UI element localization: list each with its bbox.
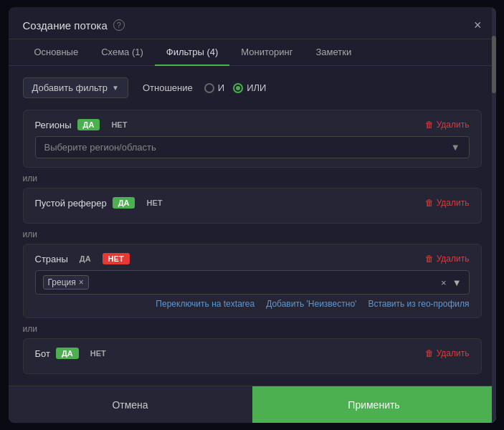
filter-countries-header: Страны ДА НЕТ 🗑 Удалить	[35, 253, 470, 264]
filter-referrer-header: Пустой реферер ДА НЕТ 🗑 Удалить	[35, 197, 470, 209]
relation-label: Отношение	[143, 82, 193, 93]
close-button[interactable]: ×	[474, 19, 482, 32]
filter-regions-header: Регионы ДА НЕТ 🗑 Удалить	[35, 119, 470, 130]
filter-referrer-title-row: Пустой реферер ДА НЕТ	[35, 197, 168, 209]
tabs-bar: Основные Схема (1) Фильтры (4) Мониторин…	[9, 39, 496, 66]
radio-and-circle	[204, 83, 214, 93]
tab-basic[interactable]: Основные	[23, 39, 90, 66]
add-unknown-link[interactable]: Добавить 'Неизвестно'	[266, 299, 356, 309]
title-text: Создание потока	[23, 19, 108, 32]
delete-label-4: Удалить	[437, 348, 470, 358]
modal-footer: Отмена Применить	[9, 386, 496, 423]
modal-title: Создание потока ?	[23, 19, 125, 32]
toolbar-row: Добавить фильтр ▼ Отношение И ИЛИ	[23, 77, 482, 98]
filter-countries-da-badge[interactable]: ДА	[74, 253, 97, 264]
or-label: ИЛИ	[247, 82, 266, 93]
filter-bot-delete[interactable]: 🗑 Удалить	[425, 348, 470, 358]
tag-greece-label: Греция	[48, 277, 76, 287]
scrollbar-thumb[interactable]	[492, 36, 496, 93]
radio-or-circle	[233, 83, 243, 93]
clear-tags-icon[interactable]: ×	[441, 277, 447, 288]
or-divider-3: или	[23, 321, 482, 337]
help-icon[interactable]: ?	[113, 19, 125, 31]
modal: Создание потока ? × Основные Схема (1) Ф…	[9, 7, 496, 423]
filter-regions-name: Регионы	[35, 120, 72, 130]
chevron-down-icon: ▼	[112, 84, 119, 92]
tab-monitoring[interactable]: Мониторинг	[229, 39, 304, 66]
filter-referrer-delete[interactable]: 🗑 Удалить	[425, 198, 470, 208]
trash-icon-3: 🗑	[425, 254, 434, 264]
filter-countries-title-row: Страны ДА НЕТ	[35, 253, 130, 264]
filter-empty-referrer: Пустой реферер ДА НЕТ 🗑 Удалить	[23, 188, 482, 224]
relation-group: Отношение И ИЛИ	[143, 82, 266, 93]
regions-placeholder: Выберите регион/область	[44, 142, 156, 153]
filter-countries-delete[interactable]: 🗑 Удалить	[425, 254, 470, 264]
modal-body: Добавить фильтр ▼ Отношение И ИЛИ	[9, 66, 496, 386]
trash-icon-4: 🗑	[425, 348, 434, 358]
add-filter-label: Добавить фильтр	[32, 82, 108, 93]
tab-notes[interactable]: Заметки	[304, 39, 363, 66]
countries-links-row: Переключить на textarea Добавить 'Неизве…	[35, 299, 470, 309]
filter-regions-select[interactable]: Выберите регион/область ▼	[35, 136, 470, 158]
switch-textarea-link[interactable]: Переключить на textarea	[156, 299, 255, 309]
or-divider-1: или	[23, 171, 482, 186]
filter-bot-da-badge[interactable]: ДА	[56, 348, 79, 359]
filter-referrer-net-badge[interactable]: НЕТ	[141, 197, 168, 209]
add-filter-button[interactable]: Добавить фильтр ▼	[23, 77, 128, 98]
filter-countries: Страны ДА НЕТ 🗑 Удалить Греция ×	[23, 244, 482, 318]
trash-icon-2: 🗑	[425, 198, 434, 208]
tab-schema[interactable]: Схема (1)	[90, 39, 155, 66]
apply-button[interactable]: Применить	[252, 386, 496, 423]
tab-filters[interactable]: Фильтры (4)	[155, 39, 230, 66]
modal-header: Создание потока ? ×	[9, 7, 496, 39]
filter-countries-net-badge[interactable]: НЕТ	[103, 253, 130, 264]
geo-profile-link[interactable]: Вставить из гео-профиля	[368, 299, 469, 309]
filter-regions: Регионы ДА НЕТ 🗑 Удалить Выберите регион…	[23, 110, 482, 168]
filter-referrer-da-badge[interactable]: ДА	[113, 197, 135, 209]
filter-regions-net-badge[interactable]: НЕТ	[105, 119, 133, 130]
scrollbar-track	[492, 7, 496, 423]
filter-bot: Бот ДА НЕТ 🗑 Удалить	[23, 338, 482, 374]
or-divider-2: или	[23, 226, 482, 242]
trash-icon: 🗑	[425, 120, 434, 130]
filter-bot-title-row: Бот ДА НЕТ	[35, 348, 112, 359]
delete-label: Удалить	[437, 120, 470, 130]
tag-greece: Греция ×	[43, 275, 89, 290]
filter-bot-name: Бот	[35, 348, 50, 359]
filter-referrer-name: Пустой реферер	[35, 198, 107, 209]
dropdown-chevron-icon-2[interactable]: ▼	[452, 277, 462, 288]
filter-regions-title-row: Регионы ДА НЕТ	[35, 119, 133, 130]
delete-label-3: Удалить	[437, 254, 470, 264]
filter-bot-header: Бот ДА НЕТ 🗑 Удалить	[35, 348, 470, 359]
dropdown-chevron-icon: ▼	[451, 142, 460, 153]
filter-regions-da-badge[interactable]: ДА	[77, 119, 100, 130]
filter-regions-delete[interactable]: 🗑 Удалить	[425, 120, 470, 130]
radio-group: И ИЛИ	[204, 82, 267, 93]
filter-countries-name: Страны	[35, 254, 68, 264]
filter-countries-tags[interactable]: Греция × × ▼	[35, 270, 470, 295]
and-label: И	[218, 82, 224, 93]
modal-overlay: Создание потока ? × Основные Схема (1) Ф…	[0, 0, 504, 430]
radio-or[interactable]: ИЛИ	[233, 82, 266, 93]
delete-label-2: Удалить	[437, 198, 470, 208]
filter-bot-net-badge[interactable]: НЕТ	[85, 348, 112, 359]
tag-greece-remove[interactable]: ×	[79, 277, 84, 287]
radio-and[interactable]: И	[204, 82, 224, 93]
tags-right: × ▼	[441, 277, 461, 288]
tags-left: Греция ×	[43, 275, 89, 290]
cancel-button[interactable]: Отмена	[9, 386, 252, 423]
